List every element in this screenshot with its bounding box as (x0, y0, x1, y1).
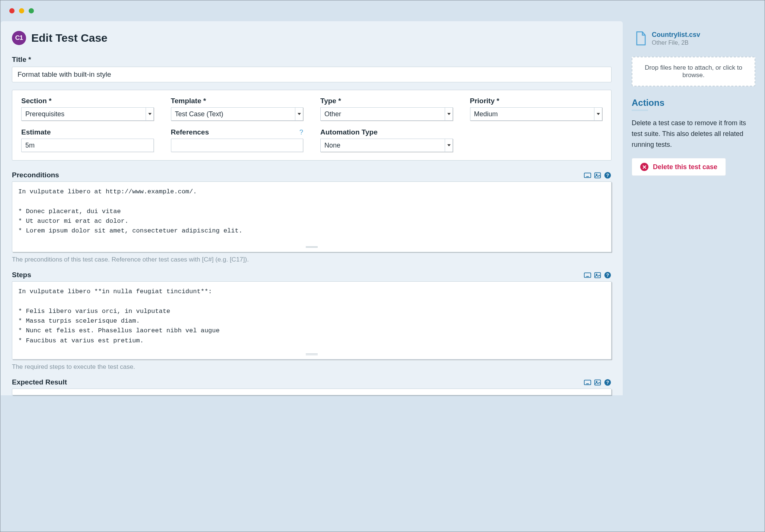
chevron-down-icon (445, 139, 453, 152)
automation-type-select[interactable]: None (320, 139, 453, 152)
sidebar: Countrylist.csv Other File, 2B Drop file… (623, 21, 764, 395)
delete-test-case-button[interactable]: ✕ Delete this test case (632, 158, 726, 176)
chevron-down-icon (295, 107, 303, 121)
image-icon[interactable] (594, 271, 601, 279)
template-label: Template * (171, 97, 304, 105)
automation-type-label: Automation Type (320, 128, 453, 136)
type-label: Type * (320, 97, 453, 105)
steps-label: Steps (12, 271, 31, 279)
actions-description: Delete a test case to remove it from its… (632, 118, 755, 150)
keyboard-icon[interactable] (584, 379, 591, 386)
actions-underline (632, 110, 648, 111)
references-help-icon[interactable]: ? (299, 129, 303, 136)
estimate-label: Estimate (21, 128, 154, 136)
page-header: C1 Edit Test Case (12, 31, 612, 45)
references-label: References (171, 128, 209, 136)
main-panel: C1 Edit Test Case Title * Section * Prer… (1, 21, 623, 395)
attachment-name: Countrylist.csv (652, 31, 700, 39)
attachment-subtext: Other File, 2B (652, 39, 689, 46)
steps-textarea[interactable]: In vulputate libero **in nulla feugiat t… (12, 281, 612, 360)
actions-heading: Actions (632, 98, 755, 108)
window-title-bar (0, 0, 765, 21)
page-title: Edit Test Case (31, 32, 108, 44)
svg-text:?: ? (606, 272, 609, 278)
steps-help-text: The required steps to execute the test c… (12, 363, 612, 371)
svg-text:?: ? (606, 172, 609, 178)
svg-text:?: ? (606, 380, 609, 385)
case-id-badge: C1 (12, 31, 26, 45)
template-select[interactable]: Test Case (Text) (171, 107, 304, 121)
image-icon[interactable] (594, 379, 601, 386)
window-maximize-dot[interactable] (29, 8, 34, 13)
section-select[interactable]: Prerequisites (21, 107, 154, 121)
chevron-down-icon (445, 107, 453, 121)
file-icon (635, 31, 647, 46)
delete-button-label: Delete this test case (653, 163, 717, 171)
chevron-down-icon (594, 107, 602, 121)
priority-label: Priority * (470, 97, 603, 105)
estimate-input[interactable] (21, 139, 154, 152)
section-label: Section * (21, 97, 154, 105)
preconditions-help-text: The preconditions of this test case. Ref… (12, 256, 612, 263)
expected-result-textarea[interactable] (12, 389, 612, 395)
app-window: C1 Edit Test Case Title * Section * Prer… (0, 0, 765, 532)
help-icon[interactable]: ? (604, 171, 612, 179)
preconditions-label: Preconditions (12, 171, 59, 179)
attachment-dropzone[interactable]: Drop files here to attach, or click to b… (632, 57, 755, 86)
attachment-item[interactable]: Countrylist.csv Other File, 2B (632, 26, 755, 51)
keyboard-icon[interactable] (584, 171, 591, 179)
metadata-panel: Section * Prerequisites Template * Test … (12, 90, 612, 161)
window-minimize-dot[interactable] (19, 8, 24, 13)
help-icon[interactable]: ? (604, 271, 612, 279)
keyboard-icon[interactable] (584, 271, 591, 279)
resize-handle[interactable] (306, 246, 318, 248)
help-icon[interactable]: ? (604, 379, 612, 386)
chevron-down-icon (146, 107, 154, 121)
image-icon[interactable] (594, 171, 601, 179)
type-select[interactable]: Other (320, 107, 453, 121)
references-input[interactable] (171, 139, 304, 152)
window-close-dot[interactable] (9, 8, 15, 13)
expected-result-label: Expected Result (12, 378, 67, 386)
priority-select[interactable]: Medium (470, 107, 603, 121)
resize-handle[interactable] (306, 354, 318, 356)
delete-icon: ✕ (640, 163, 648, 171)
title-input[interactable] (12, 67, 612, 82)
preconditions-textarea[interactable]: In vulputate libero at http://www.exampl… (12, 181, 612, 252)
title-label: Title * (12, 56, 612, 64)
